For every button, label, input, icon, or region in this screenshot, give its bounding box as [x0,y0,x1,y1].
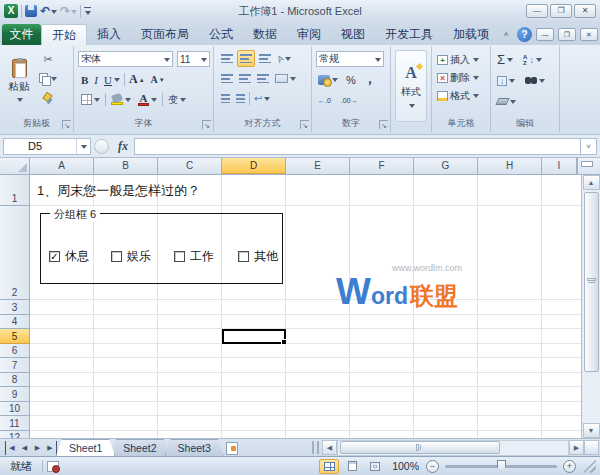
tab-data[interactable]: 数据 [243,24,287,45]
formula-bar-expand-button[interactable]: ˅ [580,138,597,155]
underline-dropdown-arrow[interactable] [114,78,120,85]
window-restore-button[interactable]: ❐ [550,4,572,18]
merge-center-button[interactable] [273,70,298,87]
tab-page-layout[interactable]: 页面布局 [131,24,199,45]
borders-dropdown-arrow[interactable] [94,98,100,105]
window-close-button[interactable]: ✕ [574,4,596,18]
row-header-5[interactable]: 5 [0,329,30,344]
macro-record-icon[interactable] [47,461,59,472]
name-box-dropdown[interactable] [76,139,90,154]
workbook-restore-button[interactable]: ❐ [558,28,576,41]
name-box[interactable]: D5 [3,138,91,155]
alignment-dialog-launcher[interactable]: ↘ [300,120,309,129]
fill-dropdown-arrow[interactable] [509,79,515,86]
insert-dropdown-arrow[interactable] [473,58,479,65]
row-header-1[interactable]: 1 [0,175,30,206]
find-dropdown-arrow[interactable] [539,79,545,86]
styles-dropdown-arrow[interactable] [409,104,415,111]
wrap-text-dropdown-arrow[interactable] [264,97,270,104]
tab-review[interactable]: 审阅 [287,24,331,45]
next-sheet-button[interactable]: ▶ [31,441,44,455]
sort-dropdown-arrow[interactable] [536,58,542,65]
number-format-combo[interactable]: 常规 [316,51,384,67]
last-sheet-button[interactable]: ▶ [44,441,57,455]
formula-input[interactable] [134,138,580,155]
sheet-tab-sheet1[interactable]: Sheet1 [56,439,115,456]
row-header-9[interactable]: 9 [0,387,30,402]
clipboard-dialog-launcher[interactable]: ↘ [62,120,71,129]
checkbox-option-rest[interactable]: ✓ 休息 [49,248,89,265]
underline-button[interactable]: U [102,71,122,88]
align-center-button[interactable] [237,70,253,87]
selected-cell-d5[interactable] [222,329,286,344]
horizontal-scroll-track[interactable] [337,440,569,456]
normal-view-button[interactable] [319,459,339,474]
scroll-down-button[interactable]: ▼ [583,423,600,438]
column-header-d[interactable]: D [222,158,286,174]
horizontal-scroll-thumb[interactable] [340,441,500,454]
row-header-12[interactable]: 12 [0,431,30,439]
sort-filter-button[interactable]: AZ↓ [521,51,544,68]
formula-bar-split-knob[interactable] [94,139,109,154]
column-header-g[interactable]: G [414,158,478,174]
align-right-button[interactable] [255,70,271,87]
delete-dropdown-arrow[interactable] [473,76,479,83]
tab-developer[interactable]: 开发工具 [375,24,443,45]
sheet-tab-sheet2[interactable]: Sheet2 [110,439,169,456]
clear-dropdown-arrow[interactable] [510,100,516,107]
column-header-c[interactable]: C [158,158,222,174]
font-color-dropdown-arrow[interactable] [151,98,157,105]
wrap-text-button[interactable]: ↩ [252,90,272,107]
increase-indent-button[interactable] [234,90,247,107]
checkbox-checked[interactable]: ✓ [49,251,60,262]
checkbox-option-other[interactable]: 其他 [238,248,278,265]
orientation-button[interactable]: A [275,50,293,67]
phonetic-button[interactable]: 变 [166,91,188,108]
row-header-4[interactable]: 4 [0,315,30,330]
font-color-button[interactable]: A [136,91,159,108]
decrease-decimal-button[interactable]: .00→ [339,92,360,109]
find-select-button[interactable] [523,72,547,89]
sheet-tab-sheet3[interactable]: Sheet3 [165,439,224,456]
column-header-e[interactable]: E [286,158,350,174]
zoom-slider-thumb[interactable] [497,460,506,472]
paste-button[interactable]: 粘贴 [4,49,34,113]
decrease-indent-button[interactable] [219,90,232,107]
comma-style-button[interactable]: ， [362,71,378,88]
align-bottom-button[interactable] [257,50,273,67]
cut-button[interactable]: ✂ [37,50,59,67]
tab-formulas[interactable]: 公式 [199,24,243,45]
row-header-6[interactable]: 6 [0,344,30,359]
font-dialog-launcher[interactable]: ↘ [202,120,211,129]
format-painter-button[interactable] [37,90,59,107]
font-name-dropdown-arrow[interactable] [164,58,170,65]
format-dropdown-arrow[interactable] [473,94,479,101]
autosum-dropdown-arrow[interactable] [507,58,513,65]
merge-dropdown-arrow[interactable] [290,77,296,84]
insert-cells-button[interactable]: +插入 [437,52,479,67]
tab-split-handle[interactable] [312,441,319,454]
accounting-dropdown-arrow[interactable] [332,78,338,85]
column-header-a[interactable]: A [30,158,94,174]
scroll-left-button[interactable]: ◀ [322,440,337,455]
align-left-button[interactable] [219,70,235,87]
number-format-dropdown-arrow[interactable] [375,58,381,65]
paste-dropdown-arrow[interactable] [17,98,23,105]
font-size-dropdown-arrow[interactable] [201,58,207,65]
fill-color-button[interactable] [109,91,133,108]
row-header-8[interactable]: 8 [0,373,30,388]
grow-font-button[interactable]: A▲ [127,71,147,88]
phonetic-dropdown-arrow[interactable] [180,98,186,105]
font-name-combo[interactable]: 宋体 [78,51,173,67]
workbook-minimize-button[interactable]: — [536,28,554,41]
row-header-2[interactable]: 2 [0,206,30,300]
checkbox-unchecked[interactable] [238,251,249,262]
checkbox-option-work[interactable]: 工作 [174,248,214,265]
increase-decimal-button[interactable]: ←.0 [316,92,333,109]
insert-function-button[interactable]: fx [112,139,134,154]
autosum-button[interactable]: Σ [495,51,515,68]
tab-file[interactable]: 文件 [2,24,41,45]
row-header-7[interactable]: 7 [0,358,30,373]
column-header-b[interactable]: B [94,158,158,174]
page-layout-view-button[interactable] [342,459,362,474]
